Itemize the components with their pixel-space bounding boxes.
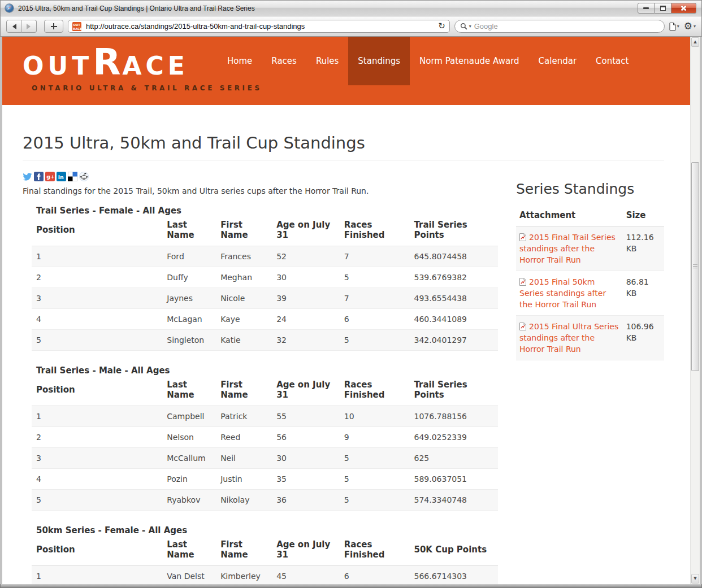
back-arrow-icon — [10, 24, 16, 29]
outrace-logo[interactable]: OUTRACE — [23, 41, 189, 83]
google-plus-icon[interactable]: g+ — [45, 172, 55, 181]
minimize-button[interactable] — [638, 3, 655, 14]
window-bottom-border — [0, 584, 702, 588]
linkedin-icon[interactable]: in — [57, 172, 66, 181]
table-cell: 3 — [32, 448, 167, 469]
search-input[interactable] — [473, 21, 659, 31]
table-cell: Nicole — [220, 288, 276, 309]
minimize-icon — [643, 7, 649, 9]
close-icon — [680, 5, 687, 12]
nav-item-races[interactable]: Races — [262, 37, 306, 85]
svg-text:OUT: OUT — [73, 23, 80, 27]
svg-text:g+: g+ — [46, 173, 55, 180]
table-cell: 5 — [344, 448, 414, 469]
forward-button[interactable] — [21, 20, 37, 33]
back-button[interactable] — [6, 20, 21, 33]
table-cell: 2 — [32, 427, 167, 448]
vertical-scrollbar[interactable]: ▲ ▼ — [690, 37, 700, 584]
attachment-link[interactable]: 2015 Final Ultra Series standings after … — [519, 322, 618, 354]
logo-part: R — [93, 41, 122, 83]
table-cell: Ford — [167, 246, 220, 267]
attachments-body: 2015 Final Trail Series standings after … — [516, 227, 664, 360]
scroll-down-button[interactable]: ▼ — [691, 574, 699, 583]
table-row: 4McLaganKaye246460.3441089 — [32, 309, 498, 330]
table-cell: Nikolay — [220, 490, 276, 511]
table-cell: Justin — [220, 469, 276, 490]
pdf-file-icon — [519, 277, 526, 285]
column-header: Position — [32, 217, 167, 246]
table-cell: 5 — [32, 490, 167, 511]
table-cell: 9 — [344, 427, 414, 448]
browser-viewport: OUTRACE ONTARIO ULTRA & TRAIL RACE SERIE… — [0, 37, 702, 584]
table-cell: 566.6714303 — [414, 566, 499, 585]
table-cell: 7 — [344, 246, 414, 267]
standings-table-section: Trail Series - Female - All AgesPosition… — [32, 206, 500, 351]
table-cell: 1076.788156 — [414, 406, 499, 427]
svg-text:RACE: RACE — [73, 27, 81, 30]
scrollbar-track[interactable] — [691, 47, 700, 573]
nav-item-rules[interactable]: Rules — [306, 37, 348, 85]
table-cell: 589.0637051 — [414, 469, 499, 490]
web-page: OUTRACE ONTARIO ULTRA & TRAIL RACE SERIE… — [2, 37, 690, 584]
logo-part: ACE — [122, 51, 188, 80]
reddit-icon[interactable] — [79, 172, 89, 181]
page-icon — [669, 23, 676, 31]
nav-item-norm-patenaude-award[interactable]: Norm Patenaude Award — [410, 37, 529, 85]
search-icon — [460, 23, 467, 30]
column-header: Trail Series Points — [414, 377, 499, 406]
table-cell: 3 — [32, 288, 167, 309]
column-header: Last Name — [167, 537, 220, 566]
table-cell: 39 — [276, 288, 344, 309]
search-bar[interactable]: ▾ — [454, 20, 665, 33]
nav-item-calendar[interactable]: Calendar — [529, 37, 586, 85]
table-row: 3JaynesNicole397493.6554438 — [32, 288, 498, 309]
column-header: Age on July 31 — [276, 537, 344, 566]
twitter-icon[interactable] — [23, 172, 32, 181]
site-tagline: ONTARIO ULTRA & TRAIL RACE SERIES — [32, 84, 262, 92]
nav-item-standings[interactable]: Standings — [348, 37, 410, 85]
safari-compass-icon — [5, 3, 14, 13]
tables-host: Trail Series - Female - All AgesPosition… — [23, 206, 500, 584]
table-cell: Kaye — [220, 309, 276, 330]
address-bar[interactable]: OUTRACE ↻ — [68, 20, 450, 33]
table-cell: 5 — [344, 330, 414, 351]
table-cell: Duffy — [167, 267, 220, 288]
attachment-link[interactable]: 2015 Final Trail Series standings after … — [519, 233, 616, 264]
table-cell: Singleton — [167, 330, 220, 351]
facebook-icon[interactable] — [34, 172, 44, 181]
table-cell: 625 — [414, 448, 499, 469]
attachment-size: 112.16 KB — [623, 227, 664, 271]
settings-menu-button[interactable]: ⚙ ▾ — [684, 21, 696, 31]
table-cell: 574.3340748 — [414, 490, 499, 511]
attachment-link[interactable]: 2015 Final 50km Series standings after t… — [519, 277, 606, 309]
table-row: 1CampbellPatrick55101076.788156 — [32, 406, 498, 427]
scroll-up-button[interactable]: ▲ — [691, 37, 699, 47]
refresh-icon[interactable]: ↻ — [438, 22, 445, 31]
column-header: Age on July 31 — [276, 377, 344, 406]
close-button[interactable] — [671, 3, 696, 14]
column-header: First Name — [220, 537, 276, 566]
forward-arrow-icon — [27, 24, 33, 29]
attachments-table: Attachment Size 2015 Final Trail Series … — [516, 206, 664, 360]
browser-window: 2015 Ultra, 50km and Trail Cup Standings… — [0, 0, 702, 588]
table-cell: McLagan — [167, 309, 220, 330]
window-titlebar: 2015 Ultra, 50km and Trail Cup Standings… — [0, 0, 702, 16]
search-engine-dropdown-icon[interactable]: ▾ — [469, 24, 471, 29]
delicious-icon[interactable] — [68, 172, 77, 181]
standings-table: PositionLast NameFirst NameAge on July 3… — [32, 537, 498, 584]
table-cell: Kimberley — [220, 566, 276, 585]
table-cell: 1 — [32, 246, 167, 267]
page-menu-button[interactable]: ▾ — [669, 23, 679, 31]
table-cell: 2 — [32, 267, 167, 288]
new-tab-button[interactable] — [44, 20, 63, 33]
main-column: g+in Final standings for the 2015 Trail,… — [23, 160, 500, 584]
standings-table-section: 50km Series - Female - All AgesPositionL… — [32, 525, 500, 584]
url-input[interactable] — [85, 21, 435, 31]
scrollbar-thumb[interactable] — [691, 162, 699, 371]
nav-item-contact[interactable]: Contact — [586, 37, 638, 85]
nav-item-home[interactable]: Home — [218, 37, 262, 85]
gear-icon: ⚙ — [684, 21, 692, 31]
maximize-button[interactable] — [655, 3, 671, 14]
table-caption: 50km Series - Female - All Ages — [32, 525, 500, 535]
table-row: 1FordFrances527645.8074458 — [32, 246, 498, 267]
